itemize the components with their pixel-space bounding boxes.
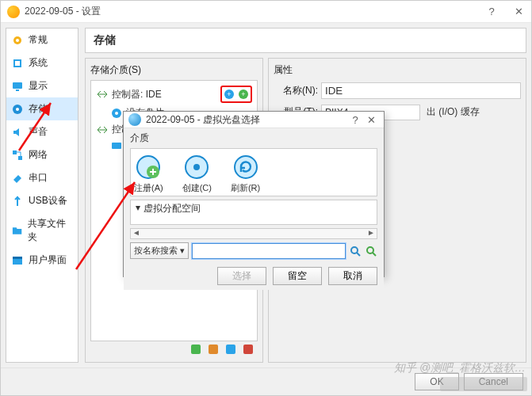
- sidebar-item-general[interactable]: 常规: [6, 29, 78, 51]
- create-action[interactable]: 创建(C): [182, 154, 212, 194]
- sidebar-item-display[interactable]: 显示: [6, 74, 78, 97]
- gear-icon: [11, 34, 24, 47]
- list-heading: 虚拟分配空间: [144, 202, 201, 215]
- modal-help-button[interactable]: ?: [347, 112, 363, 128]
- svg-point-7: [16, 108, 19, 111]
- cancel-button[interactable]: Cancel: [464, 373, 523, 390]
- svg-text:+: +: [241, 90, 245, 98]
- monitor-icon: [11, 80, 24, 93]
- add-hdd-icon[interactable]: +: [237, 88, 250, 101]
- modal-button-row: 选择 留空 取消: [124, 264, 384, 290]
- ok-button[interactable]: OK: [415, 373, 458, 390]
- svg-rect-22: [243, 345, 253, 354]
- svg-rect-3: [15, 61, 20, 66]
- chip-icon: [11, 57, 24, 70]
- dialog-button-row: OK Cancel: [1, 367, 531, 395]
- disc-icon: [110, 107, 123, 120]
- attributes-title: 属性: [274, 62, 521, 80]
- refresh-action[interactable]: 刷新(R): [231, 154, 260, 194]
- sidebar-item-network[interactable]: 网络: [6, 143, 78, 166]
- modal-titlebar: 2022-09-05 - 虚拟光盘选择 ? ✕: [124, 112, 384, 128]
- add-attach-icon[interactable]: [224, 343, 237, 356]
- sidebar-item-system[interactable]: 系统: [6, 51, 78, 74]
- media-panel-title: 存储介质(S): [90, 62, 258, 80]
- svg-rect-8: [13, 150, 17, 154]
- network-icon: [11, 149, 24, 162]
- add-controller-icon[interactable]: [189, 343, 202, 356]
- refresh-icon: [232, 154, 259, 181]
- sidebar-item-serial[interactable]: 串口: [6, 166, 78, 189]
- add-optical-icon[interactable]: +: [223, 88, 235, 101]
- io-cache-label-partial: 出 (I/O) 缓存: [423, 104, 521, 120]
- leave-empty-button[interactable]: 留空: [273, 267, 322, 285]
- svg-rect-4: [13, 82, 22, 89]
- svg-rect-21: [226, 345, 235, 354]
- sidebar-item-audio[interactable]: 声音: [6, 120, 78, 143]
- remove-attach-icon[interactable]: [242, 343, 255, 356]
- svg-rect-5: [16, 89, 19, 91]
- svg-rect-11: [13, 257, 22, 259]
- svg-point-28: [351, 247, 358, 253]
- folder-icon: [11, 224, 23, 237]
- serial-icon: [11, 172, 24, 185]
- svg-rect-18: [112, 143, 121, 149]
- modal-cancel-button[interactable]: 取消: [328, 267, 377, 285]
- svg-point-29: [367, 247, 373, 253]
- search-mode-combo[interactable]: 按名称搜索▾: [130, 242, 189, 259]
- attr-name-row: 名称(N):: [274, 80, 521, 101]
- chevron-down-icon[interactable]: ▾: [136, 202, 140, 213]
- sidebar-item-ui[interactable]: 用户界面: [6, 249, 78, 272]
- ui-icon: [11, 254, 24, 267]
- search-next-icon[interactable]: [365, 245, 377, 257]
- sidebar-item-usb[interactable]: USB设备: [6, 189, 78, 212]
- search-input[interactable]: [192, 243, 346, 259]
- sidebar-item-shared[interactable]: 共享文件夹: [6, 212, 78, 249]
- disk-icon: [11, 103, 24, 116]
- svg-rect-19: [191, 345, 201, 354]
- name-input[interactable]: [321, 82, 521, 99]
- search-icon[interactable]: [349, 245, 362, 257]
- help-button[interactable]: ?: [484, 4, 499, 20]
- svg-point-1: [16, 39, 19, 42]
- modal-close-button[interactable]: ✕: [363, 112, 379, 128]
- select-button[interactable]: 选择: [217, 267, 266, 285]
- app-icon: [7, 6, 20, 18]
- register-action[interactable]: 注册(A): [134, 154, 163, 194]
- window-title: 2022-09-05 - 设置: [25, 5, 484, 18]
- horizontal-scrollbar[interactable]: [130, 228, 377, 239]
- controller-icon: [96, 88, 109, 101]
- chevron-down-icon: ▾: [180, 246, 185, 256]
- modal-title: 2022-09-05 - 虚拟光盘选择: [146, 113, 347, 127]
- usb-icon: [11, 195, 24, 208]
- modal-toolbar: 注册(A) 创建(C) 刷新(R): [130, 148, 377, 196]
- create-icon: [183, 154, 210, 181]
- remove-controller-icon[interactable]: [207, 343, 220, 356]
- svg-point-27: [235, 156, 257, 178]
- speaker-icon: [11, 126, 24, 139]
- close-button[interactable]: ✕: [511, 4, 526, 20]
- sidebar-item-storage[interactable]: 存储: [6, 97, 78, 120]
- modal-section-label: 介质: [130, 131, 377, 145]
- svg-point-26: [193, 164, 200, 170]
- svg-point-17: [115, 112, 118, 115]
- section-header: 存储: [85, 28, 526, 53]
- category-sidebar: 常规 系统 显示 存储 声音 网络 串口 USB设备 共享文件夹 用户界面: [6, 28, 78, 363]
- search-row: 按名称搜索▾: [130, 242, 377, 259]
- optical-disk-selector-dialog: 2022-09-05 - 虚拟光盘选择 ? ✕ 介质 注册(A) 创建(C) 刷…: [123, 111, 385, 277]
- modal-app-icon: [128, 113, 141, 126]
- register-icon: [135, 154, 162, 181]
- controller-icon: [96, 124, 109, 136]
- controller-ide[interactable]: 控制器: IDE + +: [93, 84, 255, 105]
- hdd-icon: [110, 139, 123, 152]
- titlebar: 2022-09-05 - 设置 ? ✕: [1, 1, 531, 23]
- tree-toolbar: [90, 341, 258, 357]
- media-list[interactable]: ▾ 虚拟分配空间: [130, 200, 377, 225]
- svg-rect-20: [209, 345, 218, 354]
- svg-text:+: +: [227, 90, 231, 98]
